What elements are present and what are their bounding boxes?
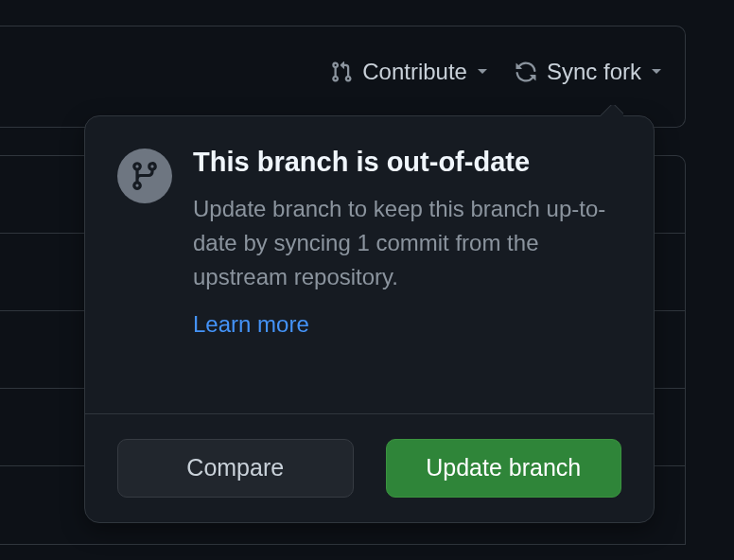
sync-fork-popover: This branch is out-of-date Update branch… xyxy=(84,115,655,523)
popover-arrow xyxy=(601,105,623,116)
contribute-label: Contribute xyxy=(362,59,467,85)
toolbar: Contribute Sync fork xyxy=(330,59,662,85)
compare-button[interactable]: Compare xyxy=(117,439,354,498)
pull-request-icon xyxy=(330,61,353,83)
caret-down-icon xyxy=(477,68,488,76)
branch-status-icon xyxy=(117,149,172,203)
git-branch-icon xyxy=(129,160,161,192)
contribute-button[interactable]: Contribute xyxy=(330,59,488,85)
update-branch-button[interactable]: Update branch xyxy=(386,439,622,498)
caret-down-icon xyxy=(651,68,662,76)
popover-header: This branch is out-of-date Update branch… xyxy=(117,145,621,338)
popover-text: This branch is out-of-date Update branch… xyxy=(193,145,621,338)
popover-body: This branch is out-of-date Update branch… xyxy=(85,116,654,368)
sync-icon xyxy=(515,61,537,83)
popover-footer: Compare Update branch xyxy=(85,413,654,522)
sync-fork-button[interactable]: Sync fork xyxy=(515,59,662,85)
sync-fork-label: Sync fork xyxy=(547,59,641,85)
learn-more-link[interactable]: Learn more xyxy=(193,311,309,337)
popover-title: This branch is out-of-date xyxy=(193,145,621,181)
popover-description: Update branch to keep this branch up-to-… xyxy=(193,192,621,294)
